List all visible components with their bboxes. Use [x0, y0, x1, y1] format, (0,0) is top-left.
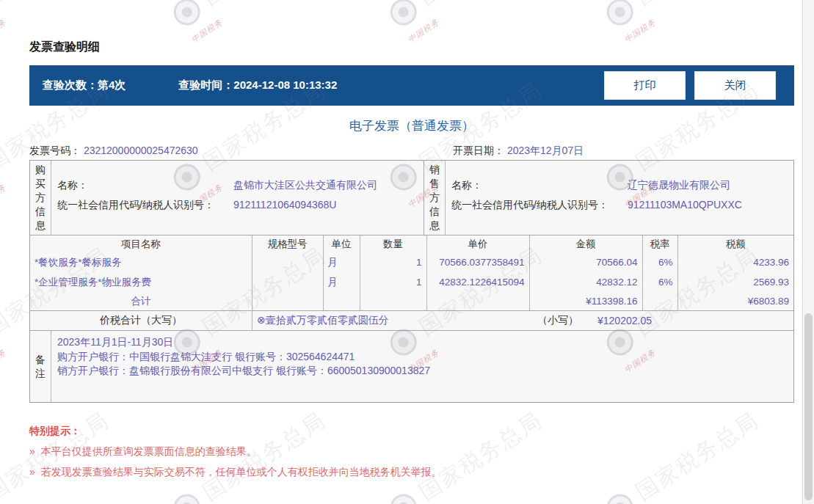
- print-button[interactable]: 打印: [604, 71, 686, 100]
- total-amount: ¥113398.16: [529, 292, 642, 310]
- check-count-label: 查验次数：: [43, 78, 98, 92]
- buyer-content: 名称： 盘锦市大洼区公共交通有限公司 统一社会信用代码/纳税人识别号： 9121…: [51, 161, 424, 235]
- grand-total-words-value: ⊗壹拾贰万零贰佰零贰圆伍分: [257, 314, 537, 327]
- check-time-label: 查验时间：: [178, 78, 233, 92]
- total-spec-empty: [252, 292, 323, 310]
- grand-total-words-label: 价税合计（大写）: [30, 314, 252, 327]
- invoice-detail-table: 购买方信息 名称： 盘锦市大洼区公共交通有限公司 统一社会信用代码/纳税人识别号…: [29, 160, 794, 403]
- seller-side-label-cell: 销售方信息: [424, 161, 446, 235]
- check-count: 查验次数： 第4次: [43, 78, 126, 92]
- invoice-check-page: 发票查验明细 查验次数： 第4次 查验时间： 2024-12-08 10:13:…: [29, 0, 794, 478]
- item-spec: [252, 272, 323, 292]
- item-name: *企业管理服务*物业服务费: [30, 272, 252, 292]
- remarks-content: 2023年11月1日-11月30日 购方开户银行：中国银行盘锦大洼支行 银行账号…: [51, 331, 793, 402]
- total-price-empty: [426, 292, 529, 310]
- seller-name-value: 辽宁德晟物业有限公司: [628, 175, 730, 195]
- item-tax-rate: 6%: [642, 252, 677, 272]
- item-unit-price: 70566.0377358491: [426, 252, 529, 272]
- scrollbar-thumb[interactable]: [804, 313, 813, 500]
- invoice-type-title: 电子发票（普通发票）: [29, 118, 794, 134]
- remarks-line: 2023年11月1日-11月30日: [57, 335, 793, 350]
- notice-item: »本平台仅提供所查询发票票面信息的查验结果。: [29, 445, 794, 457]
- total-tax: ¥6803.89: [677, 292, 793, 310]
- grand-total-row: 价税合计（大写） ⊗壹拾贰万零贰佰零贰圆伍分 （小写） ¥120202.05: [30, 310, 793, 330]
- item-unit: 月: [323, 272, 360, 292]
- buyer-taxid-value: 91211121064094368U: [233, 195, 336, 215]
- remarks-line: 购方开户银行：中国银行盘锦大洼支行 银行账号：302564624471: [57, 350, 793, 365]
- grand-total-figures-value: ¥120202.05: [597, 315, 652, 326]
- invoice-date: 开票日期： 2023年12月07日: [453, 145, 584, 158]
- remarks-side-label: 备注: [35, 353, 46, 381]
- check-time: 查验时间： 2024-12-08 10:13:32: [178, 78, 337, 92]
- items-header-row: 项目名称 规格型号 单位 数量 单价 金额 税率 税额: [30, 235, 793, 252]
- item-amount: 70566.04: [529, 252, 642, 272]
- special-notice-title: 特别提示：: [29, 425, 794, 437]
- col-header-qty: 数量: [360, 235, 426, 252]
- notice-text: 本平台仅提供所查询发票票面信息的查验结果。: [41, 445, 257, 457]
- col-header-amount: 金额: [529, 235, 642, 252]
- col-header-spec: 规格型号: [252, 235, 323, 252]
- tax-emblem-watermark-icon: 中国税务: [169, 489, 206, 504]
- item-row: *企业管理服务*物业服务费 月 1 42832.1226415094 42832…: [30, 272, 793, 292]
- buyer-taxid-label: 统一社会信用代码/纳税人识别号：: [57, 195, 233, 215]
- remarks-line: 销方开户银行：盘锦银行股份有限公司中银支行 银行账号：6600501309000…: [57, 364, 793, 379]
- items-table: 项目名称 规格型号 单位 数量 单价 金额 税率 税额 *餐饮服务*餐标服务 月…: [30, 235, 793, 310]
- total-unit-empty: [323, 292, 360, 310]
- page-title: 发票查验明细: [29, 40, 794, 54]
- item-unit: 月: [323, 252, 360, 272]
- seller-name-label: 名称：: [451, 175, 628, 195]
- check-time-value: 2024-12-08 10:13:32: [233, 78, 337, 92]
- total-qty-empty: [360, 292, 426, 310]
- item-qty: 1: [360, 272, 426, 292]
- item-name: *餐饮服务*餐标服务: [30, 252, 252, 272]
- tax-emblem-watermark-icon: 中国税务: [602, 489, 639, 504]
- buyer-info-box: 购买方信息 名称： 盘锦市大洼区公共交通有限公司 统一社会信用代码/纳税人识别号…: [30, 161, 424, 235]
- invoice-date-value: 2023年12月07日: [507, 145, 584, 156]
- total-label: 合计: [30, 292, 252, 310]
- vertical-scrollbar[interactable]: [802, 0, 814, 504]
- buyer-side-label: 购买方信息: [35, 163, 46, 233]
- item-tax: 4233.96: [677, 252, 793, 272]
- notice-item: »若发现发票查验结果与实际交易不符，任何单位或个人有权拒收并向当地税务机关举报。: [29, 466, 794, 478]
- seller-taxid-label: 统一社会信用代码/纳税人识别号：: [451, 195, 628, 215]
- item-spec: [252, 252, 323, 272]
- grand-total-figures-label: （小写）: [537, 314, 578, 327]
- notice-bullet-icon: »: [29, 466, 35, 478]
- grand-total-cell: ⊗壹拾贰万零贰佰零贰圆伍分 （小写） ¥120202.05: [252, 311, 793, 330]
- buyer-side-label-cell: 购买方信息: [30, 161, 51, 235]
- col-header-unit-price: 单价: [426, 235, 529, 252]
- invoice-number-value: 23212000000025472630: [84, 145, 198, 156]
- col-header-tax: 税额: [677, 235, 793, 252]
- item-amount: 42832.12: [529, 272, 642, 292]
- item-unit-price: 42832.1226415094: [426, 272, 529, 292]
- check-result-banner: 查验次数： 第4次 查验时间： 2024-12-08 10:13:32 打印 关…: [29, 65, 794, 106]
- invoice-number-label: 发票号码：: [29, 145, 81, 156]
- item-row: *餐饮服务*餐标服务 月 1 70566.0377358491 70566.04…: [30, 252, 793, 272]
- item-tax: 2569.93: [677, 272, 793, 292]
- seller-content: 名称： 辽宁德晟物业有限公司 统一社会信用代码/纳税人识别号： 91211103…: [446, 161, 793, 235]
- items-total-row: 合计 ¥113398.16 ¥6803.89: [30, 292, 793, 310]
- notice-text: 若发现发票查验结果与实际交易不符，任何单位或个人有权拒收并向当地税务机关举报。: [41, 466, 442, 478]
- invoice-number-row: 发票号码： 23212000000025472630 开票日期： 2023年12…: [29, 145, 794, 159]
- seller-side-label: 销售方信息: [429, 163, 440, 233]
- seller-info-box: 销售方信息 名称： 辽宁德晟物业有限公司 统一社会信用代码/纳税人识别号： 91…: [424, 161, 793, 235]
- watermark-seal-text: 中国税务: [0, 181, 8, 210]
- tax-emblem-watermark-icon: 中国税务: [385, 489, 422, 504]
- remarks-row: 备注 2023年11月1日-11月30日 购方开户银行：中国银行盘锦大洼支行 银…: [30, 330, 793, 402]
- col-header-item-name: 项目名称: [30, 235, 252, 252]
- check-count-value: 第4次: [98, 78, 126, 92]
- buyer-name-label: 名称：: [57, 175, 233, 195]
- notice-bullet-icon: »: [29, 445, 35, 457]
- item-qty: 1: [360, 252, 426, 272]
- buyer-name-value: 盘锦市大洼区公共交通有限公司: [233, 175, 377, 195]
- item-tax-rate: 6%: [642, 272, 677, 292]
- seller-taxid-value: 91211103MA10QPUXXC: [628, 195, 742, 215]
- col-header-tax-rate: 税率: [642, 235, 677, 252]
- close-button[interactable]: 关闭: [694, 71, 776, 100]
- remarks-side-label-cell: 备注: [30, 331, 51, 402]
- parties-section: 购买方信息 名称： 盘锦市大洼区公共交通有限公司 统一社会信用代码/纳税人识别号…: [30, 161, 793, 235]
- watermark-seal-text: 中国税务: [0, 16, 8, 45]
- col-header-unit: 单位: [323, 235, 360, 252]
- invoice-date-label: 开票日期：: [453, 145, 504, 156]
- watermark-seal-text: 中国税务: [0, 346, 8, 375]
